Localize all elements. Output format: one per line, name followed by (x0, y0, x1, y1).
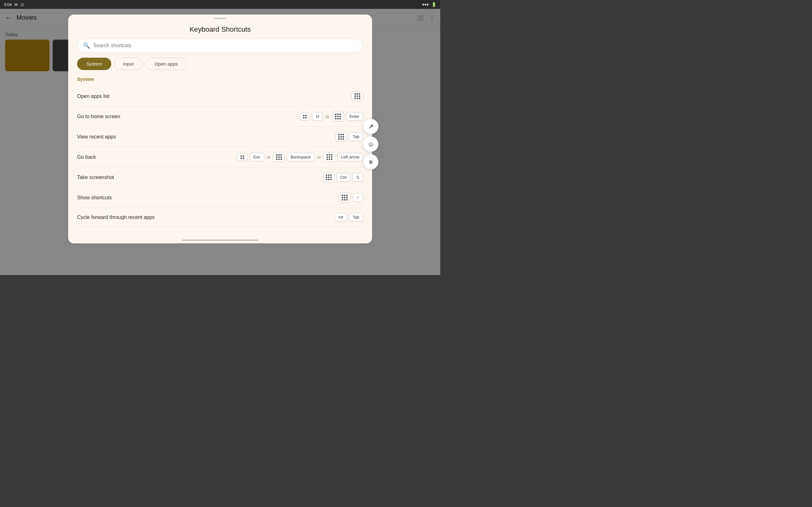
key-ctrl: Ctrl (337, 173, 351, 181)
tab-open-apps[interactable]: Open apps (145, 58, 187, 70)
key-left-arrow: Left arrow (337, 153, 363, 161)
shortcut-keys: Alt Tab (335, 213, 363, 222)
key-tab: Tab (349, 132, 363, 141)
modal-title: Keyboard Shortcuts (68, 19, 372, 39)
launcher-key (335, 132, 347, 142)
key-alt: Alt (335, 213, 347, 222)
float-buttons: ↗ ☺ ≡ (363, 119, 378, 170)
dots-2x2-icon (303, 115, 307, 118)
search-icon: 🔍 (83, 42, 90, 49)
key-s: S (352, 173, 363, 181)
shortcut-name: Open apps list (77, 94, 351, 99)
menu-icon: ≡ (369, 158, 373, 166)
dots-icon (335, 113, 341, 119)
shortcut-row-recent-apps: View recent apps Tab (77, 127, 363, 147)
expand-icon: ↗ (368, 123, 374, 130)
scroll-indicator (182, 239, 258, 241)
dots-icon (326, 154, 333, 160)
status-bar: 3:04 ✉ ◷ ▾▾▾ 🔋 (0, 0, 440, 9)
dots-icon (342, 194, 348, 201)
menu-button[interactable]: ≡ (363, 154, 378, 170)
shortcut-name: Show shortcuts (77, 195, 339, 201)
launcher-key-small-3 (323, 152, 335, 162)
dots-2x2-icon (241, 155, 244, 159)
shortcut-keys: / (339, 193, 363, 203)
launcher-key-2 (332, 112, 344, 121)
launcher-key (299, 113, 310, 120)
shortcut-row-open-apps-list: Open apps list (77, 86, 363, 107)
shortcut-keys (351, 91, 363, 101)
shortcut-name: Go back (77, 154, 237, 160)
clock-icon: ◷ (20, 2, 24, 7)
launcher-key-small-1 (237, 153, 248, 161)
section-header-system: System (77, 76, 363, 82)
key-backspace: Backspace (287, 153, 315, 161)
shortcut-name: View recent apps (77, 134, 335, 140)
shortcut-keys: Ctrl S (323, 172, 363, 182)
tabs-bar: System Input Open apps (77, 58, 363, 70)
or-sep-1: or (267, 155, 270, 160)
time-display: 3:04 (4, 2, 12, 7)
dots-icon (326, 174, 332, 180)
or-sep-2: or (317, 155, 321, 160)
shortcut-row-take-screenshot: Take screenshot Ctrl S (77, 167, 363, 187)
shortcut-row-go-back: Go back Esc or Backspace (77, 147, 363, 167)
launcher-key (351, 91, 363, 101)
mail-icon: ✉ (14, 2, 18, 7)
shortcut-row-home-screen: Go to home screen H or E (77, 107, 363, 127)
key-h: H (312, 112, 323, 121)
shortcut-keys: H or Enter (299, 112, 363, 121)
shortcut-keys: Esc or Backspace or (237, 152, 363, 162)
battery-icon: 🔋 (432, 2, 437, 7)
dots-icon (354, 93, 360, 99)
dots-icon (338, 134, 344, 140)
shortcut-row-cycle-forward: Cycle forward through recent apps Alt Ta… (77, 208, 363, 227)
status-right: ▾▾▾ 🔋 (422, 2, 437, 7)
key-enter: Enter (346, 112, 363, 121)
shortcut-name: Take screenshot (77, 175, 323, 180)
status-left: 3:04 ✉ ◷ (4, 2, 24, 7)
key-tab-2: Tab (349, 213, 363, 222)
keyboard-shortcuts-modal: Keyboard Shortcuts 🔍 System Input Open a… (68, 14, 372, 243)
shortcut-row-show-shortcuts: Show shortcuts / (77, 187, 363, 208)
tab-input[interactable]: Input (114, 58, 143, 70)
or-separator: or (325, 114, 329, 119)
modal-content: System Open apps list Go to home screen (68, 76, 372, 239)
emoji-button[interactable]: ☺ (363, 136, 378, 152)
launcher-key-screenshot (323, 172, 335, 182)
dots-icon (276, 154, 282, 160)
key-slash: / (352, 193, 363, 202)
expand-button[interactable]: ↗ (363, 119, 378, 134)
shortcut-name: Cycle forward through recent apps (77, 215, 335, 220)
search-input[interactable] (93, 43, 357, 49)
emoji-icon: ☺ (368, 141, 374, 148)
key-esc: Esc (250, 153, 264, 161)
shortcut-keys: Tab (335, 132, 363, 142)
tab-system[interactable]: System (77, 58, 111, 70)
wifi-icon: ▾▾▾ (422, 2, 429, 7)
shortcut-name: Go to home screen (77, 114, 299, 119)
launcher-key-shortcuts (339, 193, 351, 203)
launcher-key-small-2 (273, 152, 285, 162)
search-bar[interactable]: 🔍 (77, 39, 363, 53)
